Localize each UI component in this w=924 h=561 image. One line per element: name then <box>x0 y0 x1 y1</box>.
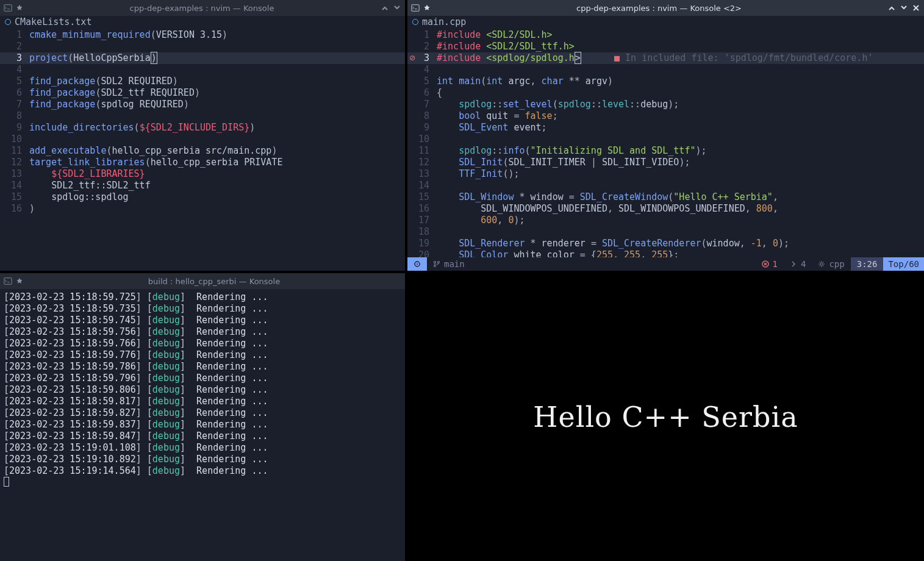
code-line[interactable]: 9 SDL_Event event; <box>407 122 924 134</box>
code-line[interactable]: ⊘3#include <spdlog/spdlog.h> ■ In includ… <box>407 52 924 64</box>
code-line[interactable]: 15 spdlog::spdlog <box>0 191 405 203</box>
code-text[interactable]: spdlog::spdlog <box>29 191 405 203</box>
code-text[interactable]: project(HelloCppSerbia) <box>29 52 405 64</box>
code-text[interactable]: spdlog::info("Initializing SDL and SDL_t… <box>437 145 924 157</box>
titlebar-right[interactable]: cpp-dep-examples : nvim — Konsole <2> <box>407 0 924 16</box>
tab-name[interactable]: main.cpp <box>422 16 466 27</box>
code-line[interactable]: 15 SDL_Window * window = SDL_CreateWindo… <box>407 191 924 203</box>
code-line[interactable]: 4 <box>0 64 405 76</box>
code-text[interactable]: { <box>437 87 924 99</box>
code-text[interactable]: include_directories(${SDL2_INCLUDE_DIRS}… <box>29 122 405 134</box>
tab-name[interactable]: CMakeLists.txt <box>15 16 91 27</box>
error-gutter-icon <box>407 76 417 87</box>
gutter-line-number: 2 <box>417 41 437 52</box>
code-text[interactable]: SDL_Init(SDL_INIT_TIMER | SDL_INIT_VIDEO… <box>437 157 924 168</box>
code-line[interactable]: 14 <box>407 180 924 191</box>
code-text[interactable] <box>437 226 924 238</box>
code-text[interactable]: ) <box>29 203 405 215</box>
code-line[interactable]: 11 spdlog::info("Initializing SDL and SD… <box>407 145 924 157</box>
code-line[interactable]: 16 SDL_WINDOWPOS_UNDEFINED, SDL_WINDOWPO… <box>407 203 924 215</box>
code-line[interactable]: 4 <box>407 64 924 76</box>
code-text[interactable]: find_package(SDL2_ttf REQUIRED) <box>29 87 405 99</box>
maximize-button[interactable] <box>393 4 401 12</box>
code-line[interactable]: 13 ${SDL2_LIBRARIES} <box>0 168 405 180</box>
code-line[interactable]: 5find_package(SDL2 REQUIRED) <box>0 76 405 87</box>
code-text[interactable] <box>437 64 924 76</box>
close-button[interactable] <box>912 4 920 12</box>
status-hints[interactable]: 4 <box>784 257 812 271</box>
minimize-button[interactable] <box>887 4 896 12</box>
code-text[interactable] <box>437 134 924 145</box>
code-text[interactable]: find_package(spdlog REQUIRED) <box>29 99 405 110</box>
code-text[interactable]: #include <SDL2/SDL.h> <box>437 29 924 41</box>
code-text[interactable] <box>437 180 924 191</box>
code-line[interactable]: 13 TTF_Init(); <box>407 168 924 180</box>
code-text[interactable]: SDL_Renderer * renderer = SDL_CreateRend… <box>437 238 924 249</box>
code-text[interactable]: TTF_Init(); <box>437 168 924 180</box>
code-line[interactable]: 16) <box>0 203 405 215</box>
code-line[interactable]: 11add_executable(hello_cpp_serbia src/ma… <box>0 145 405 157</box>
code-text[interactable]: 600, 0); <box>437 215 924 226</box>
code-line[interactable]: 6find_package(SDL2_ttf REQUIRED) <box>0 87 405 99</box>
code-line[interactable]: 5int main(int argc, char ** argv) <box>407 76 924 87</box>
code-text[interactable]: #include <spdlog/spdlog.h> ■ In included… <box>437 52 924 64</box>
code-line[interactable]: 6{ <box>407 87 924 99</box>
pin-icon[interactable] <box>423 4 431 12</box>
pin-icon[interactable] <box>16 277 23 285</box>
titlebar-log[interactable]: build : hello_cpp_serbi — Konsole <box>0 273 405 289</box>
code-text[interactable]: SDL2_ttf::SDL2_ttf <box>29 180 405 191</box>
code-line[interactable]: 2#include <SDL2/SDL_ttf.h> <box>407 41 924 52</box>
code-text[interactable]: cmake_minimum_required(VERSION 3.15) <box>29 29 405 41</box>
code-area-left[interactable]: 1cmake_minimum_required(VERSION 3.15)23p… <box>0 28 405 271</box>
minimize-button[interactable] <box>381 4 389 12</box>
code-text[interactable] <box>29 134 405 145</box>
code-line[interactable]: 10 <box>407 134 924 145</box>
code-line[interactable]: 20 SDL_Color white_color = {255, 255, 25… <box>407 249 924 257</box>
code-area-right[interactable]: 1#include <SDL2/SDL.h>2#include <SDL2/SD… <box>407 28 924 257</box>
code-text[interactable] <box>29 110 405 122</box>
svg-point-3 <box>417 263 418 265</box>
error-gutter-icon: ⊘ <box>407 52 417 64</box>
code-text[interactable]: int main(int argc, char ** argv) <box>437 76 924 87</box>
log-line: [2023-02-23 15:18:59.766] [debug] Render… <box>4 338 401 349</box>
code-text[interactable]: target_link_libraries(hello_cpp_serbia P… <box>29 157 405 168</box>
code-line[interactable]: 8 bool quit = false; <box>407 110 924 122</box>
code-line[interactable]: 7 spdlog::set_level(spdlog::level::debug… <box>407 99 924 110</box>
code-text[interactable]: add_executable(hello_cpp_serbia src/main… <box>29 145 405 157</box>
pin-icon[interactable] <box>16 4 23 12</box>
code-line[interactable]: 10 <box>0 134 405 145</box>
maximize-button[interactable] <box>900 4 908 12</box>
code-text[interactable]: SDL_Color white_color = {255, 255, 255}; <box>437 249 924 257</box>
status-errors[interactable]: 1 <box>756 257 784 271</box>
code-line[interactable]: 1#include <SDL2/SDL.h> <box>407 29 924 41</box>
status-bar: main 1 4 cpp 3:26 Top/60 <box>407 257 924 271</box>
log-output[interactable]: [2023-02-23 15:18:59.725] [debug] Render… <box>0 289 405 561</box>
code-text[interactable]: bool quit = false; <box>437 110 924 122</box>
code-line[interactable]: 18 <box>407 226 924 238</box>
log-line: [2023-02-23 15:18:59.756] [debug] Render… <box>4 326 401 338</box>
code-line[interactable]: 8 <box>0 110 405 122</box>
code-line[interactable]: 12target_link_libraries(hello_cpp_serbia… <box>0 157 405 168</box>
code-text[interactable] <box>29 64 405 76</box>
code-line[interactable]: 17 600, 0); <box>407 215 924 226</box>
code-text[interactable]: spdlog::set_level(spdlog::level::debug); <box>437 99 924 110</box>
code-text[interactable] <box>29 41 405 52</box>
code-line[interactable]: 2 <box>0 41 405 52</box>
code-line[interactable]: 19 SDL_Renderer * renderer = SDL_CreateR… <box>407 238 924 249</box>
code-text[interactable]: SDL_Window * window = SDL_CreateWindow("… <box>437 191 924 203</box>
gutter-line-number: 18 <box>417 226 437 238</box>
titlebar-left[interactable]: cpp-dep-examples : nvim — Konsole <box>0 0 405 16</box>
code-line[interactable]: 7find_package(spdlog REQUIRED) <box>0 99 405 110</box>
code-line[interactable]: 3project(HelloCppSerbia) <box>0 52 405 64</box>
code-line[interactable]: 9include_directories(${SDL2_INCLUDE_DIRS… <box>0 122 405 134</box>
code-line[interactable]: 1cmake_minimum_required(VERSION 3.15) <box>0 29 405 41</box>
code-line[interactable]: 12 SDL_Init(SDL_INIT_TIMER | SDL_INIT_VI… <box>407 157 924 168</box>
code-text[interactable]: SDL_Event event; <box>437 122 924 134</box>
gutter-line-number: 7 <box>0 99 29 110</box>
code-line[interactable]: 14 SDL2_ttf::SDL2_ttf <box>0 180 405 191</box>
app-output-window[interactable]: Hello C++ Serbia <box>407 273 924 561</box>
code-text[interactable]: ${SDL2_LIBRARIES} <box>29 168 405 180</box>
code-text[interactable]: SDL_WINDOWPOS_UNDEFINED, SDL_WINDOWPOS_U… <box>437 203 924 215</box>
code-text[interactable]: find_package(SDL2 REQUIRED) <box>29 76 405 87</box>
code-text[interactable]: #include <SDL2/SDL_ttf.h> <box>437 41 924 52</box>
